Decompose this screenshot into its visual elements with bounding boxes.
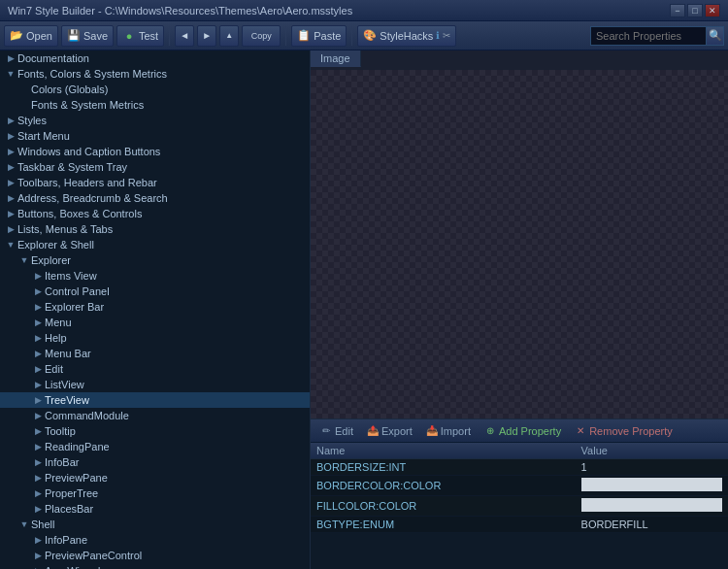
- color-swatch-1: [581, 478, 722, 491]
- table-row[interactable]: FILLCOLOR:COLOR: [311, 496, 728, 517]
- title-bar-controls: − □ ✕: [670, 4, 720, 17]
- search-input[interactable]: [590, 26, 707, 46]
- tree-toggle-commandmodule: ▶: [31, 409, 45, 422]
- tree-toggle-items-view: ▶: [31, 269, 45, 283]
- image-tab[interactable]: Image: [311, 50, 361, 67]
- tree-label-styles: Styles: [17, 115, 47, 126]
- tree-item-buttons[interactable]: ▶Buttons, Boxes & Controls: [0, 206, 310, 221]
- tree-item-taskbar[interactable]: ▶Taskbar & System Tray: [0, 159, 310, 175]
- tree-item-fonts-system[interactable]: Fonts & System Metrics: [0, 97, 310, 113]
- tree-item-styles[interactable]: ▶Styles: [0, 113, 310, 128]
- tree-toggle-lists: ▶: [4, 222, 17, 236]
- test-button[interactable]: ● Test: [116, 25, 164, 47]
- tree-label-listview: ListView: [45, 379, 84, 390]
- tree-item-windows-caption[interactable]: ▶Windows and Caption Buttons: [0, 144, 310, 159]
- tree-toggle-menu: ▶: [31, 316, 45, 329]
- paste-button[interactable]: 📋 Paste: [291, 25, 347, 47]
- tree-label-taskbar: Taskbar & System Tray: [17, 161, 127, 173]
- tree-label-commandmodule: CommandModule: [45, 410, 129, 421]
- tree-toggle-help: ▶: [31, 331, 45, 345]
- toolbar-separator-1: [169, 26, 170, 46]
- tree-item-toolbars[interactable]: ▶Toolbars, Headers and Rebar: [0, 175, 310, 190]
- remove-property-button[interactable]: ✕ Remove Property: [569, 421, 678, 441]
- import-button[interactable]: 📥 Import: [420, 421, 477, 441]
- tree-label-buttons: Buttons, Boxes & Controls: [17, 208, 142, 219]
- main-content: ▶Documentation▼Fonts, Colors & System Me…: [0, 50, 728, 569]
- tree-label-start-menu: Start Menu: [17, 130, 70, 142]
- title-bar: Win7 Style Builder - C:\Windows\Resource…: [0, 0, 728, 21]
- prop-value-2: [576, 496, 728, 517]
- export-button[interactable]: 📤 Export: [361, 421, 418, 441]
- properties-data-table: Name Value BORDERSIZE:INT1BORDERCOLOR:CO…: [311, 443, 728, 533]
- stylehacks-button[interactable]: 🎨 StyleHacks ℹ ✂: [357, 25, 456, 47]
- tree-toggle-edit: ▶: [31, 362, 45, 376]
- remove-property-icon: ✕: [575, 425, 586, 437]
- back-button[interactable]: ◄: [175, 25, 194, 47]
- save-button[interactable]: 💾 Save: [61, 25, 114, 47]
- col-value-header: Value: [576, 443, 728, 459]
- tree-item-previewpane[interactable]: ▶PreviewPane: [0, 470, 310, 485]
- paste-icon: 📋: [297, 29, 311, 43]
- tree-item-help[interactable]: ▶Help: [0, 330, 310, 346]
- color-swatch-2: [581, 498, 722, 512]
- tree-item-propertree[interactable]: ▶ProperTree: [0, 485, 310, 501]
- prop-value-1: [576, 476, 728, 496]
- add-property-button[interactable]: ⊕ Add Property: [479, 421, 567, 441]
- tree-label-shell: Shell: [31, 519, 54, 530]
- up-button[interactable]: ▲: [219, 25, 239, 47]
- tree-item-previewpanecontrol[interactable]: ▶PreviewPaneControl: [0, 548, 310, 563]
- table-row[interactable]: BGTYPE:ENUMBORDERFILL: [311, 517, 728, 533]
- tree-item-start-menu[interactable]: ▶Start Menu: [0, 128, 310, 144]
- tree-item-fonts-colors[interactable]: ▼Fonts, Colors & System Metrics: [0, 66, 310, 82]
- prop-value-0: 1: [576, 459, 728, 476]
- open-button[interactable]: 📂 Open: [4, 25, 58, 47]
- tree-label-previewpanecontrol: PreviewPaneControl: [45, 550, 142, 561]
- tree-label-menu: Menu: [45, 317, 72, 328]
- search-button[interactable]: 🔍: [707, 26, 724, 46]
- copy-button[interactable]: Copy: [242, 25, 281, 47]
- minimize-button[interactable]: −: [670, 4, 685, 17]
- tree-label-placesbar: PlacesBar: [45, 503, 93, 515]
- tree-item-explorer-shell[interactable]: ▼Explorer & Shell: [0, 237, 310, 252]
- forward-button[interactable]: ►: [197, 25, 216, 47]
- tree-label-help: Help: [45, 332, 67, 344]
- maximize-button[interactable]: □: [687, 4, 703, 17]
- table-row[interactable]: BORDERCOLOR:COLOR: [311, 476, 728, 496]
- tree-item-tooltip[interactable]: ▶Tooltip: [0, 423, 310, 439]
- image-area: Image: [311, 50, 728, 419]
- tree-item-documentation[interactable]: ▶Documentation: [0, 50, 310, 66]
- tree-label-readingpane: ReadingPane: [45, 441, 110, 452]
- tree-item-menu[interactable]: ▶Menu: [0, 315, 310, 330]
- tree-item-aerowizard[interactable]: ▶AeroWizard: [0, 563, 310, 569]
- tree-item-readingpane[interactable]: ▶ReadingPane: [0, 439, 310, 454]
- tree-label-explorer: Explorer: [31, 254, 71, 266]
- tree-toggle-windows-caption: ▶: [4, 145, 17, 158]
- tree-label-colors-globals: Colors (Globals): [31, 84, 108, 95]
- tree-item-treeview[interactable]: ▶TreeView: [0, 392, 310, 408]
- tree-item-explorer[interactable]: ▼Explorer: [0, 252, 310, 268]
- edit-icon: ✏: [320, 425, 332, 437]
- tree-item-infopane[interactable]: ▶InfoPane: [0, 532, 310, 548]
- close-button[interactable]: ✕: [705, 4, 720, 17]
- tree-item-control-panel[interactable]: ▶Control Panel: [0, 284, 310, 299]
- tree-item-colors-globals[interactable]: Colors (Globals): [0, 82, 310, 97]
- tree-item-commandmodule[interactable]: ▶CommandModule: [0, 408, 310, 423]
- tree-item-items-view[interactable]: ▶Items View: [0, 268, 310, 284]
- tree-item-lists[interactable]: ▶Lists, Menus & Tabs: [0, 221, 310, 237]
- tree-label-infobar: InfoBar: [45, 456, 79, 468]
- tree-item-explorer-bar[interactable]: ▶Explorer Bar: [0, 299, 310, 315]
- tree-item-edit[interactable]: ▶Edit: [0, 361, 310, 377]
- table-row[interactable]: BORDERSIZE:INT1: [311, 459, 728, 476]
- tree-label-edit: Edit: [45, 363, 63, 375]
- edit-button[interactable]: ✏ Edit: [314, 421, 359, 441]
- tree-item-listview[interactable]: ▶ListView: [0, 377, 310, 392]
- tree-label-previewpane: PreviewPane: [45, 472, 108, 484]
- tree-toggle-buttons: ▶: [4, 207, 17, 220]
- tree-label-propertree: ProperTree: [45, 487, 98, 499]
- tree-item-menu-bar[interactable]: ▶Menu Bar: [0, 346, 310, 361]
- tree-item-placesbar[interactable]: ▶PlacesBar: [0, 501, 310, 517]
- tree-item-infobar[interactable]: ▶InfoBar: [0, 454, 310, 470]
- tree-toggle-shell: ▼: [17, 518, 31, 531]
- tree-item-shell[interactable]: ▼Shell: [0, 517, 310, 532]
- tree-item-address[interactable]: ▶Address, Breadcrumb & Search: [0, 190, 310, 206]
